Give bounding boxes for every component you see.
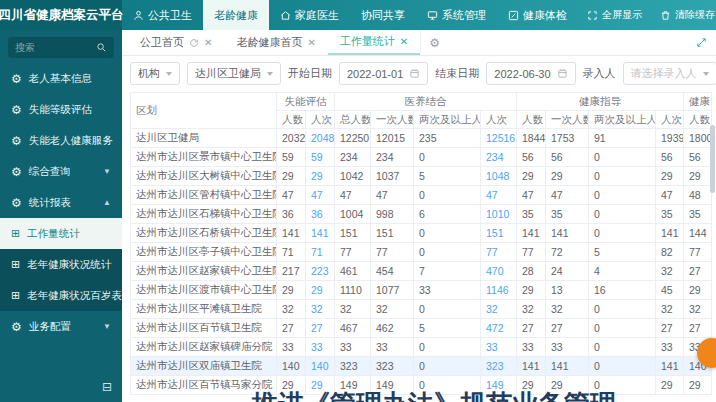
table-row[interactable]: 达州市达川区百节镇卫生院 2727467462547227270272730 xyxy=(131,319,712,338)
value-cell[interactable]: 12516 xyxy=(481,129,517,148)
table-row[interactable]: 达州市达川区亭子镇中心卫生院 7171777707777725827777 xyxy=(131,243,712,262)
value-cell[interactable]: 1048 xyxy=(481,167,517,186)
region-name-cell: 达州市达川区石梯镇中心卫生院 xyxy=(131,205,277,224)
value-cell: 32 xyxy=(656,262,684,281)
close-icon[interactable]: ✕ xyxy=(307,37,315,48)
sidebar-search[interactable] xyxy=(8,37,114,58)
nav-collaboration[interactable]: 协同共享 xyxy=(350,0,416,30)
edit-icon xyxy=(508,10,519,21)
sidebar-item-workload-statistics[interactable]: ⊞ 工作量统计 xyxy=(0,218,122,249)
value-cell[interactable]: 77 xyxy=(481,243,517,262)
vertical-scrollbar[interactable] xyxy=(710,125,715,193)
region-name-cell: 达川区卫健局 xyxy=(131,129,277,148)
nav-system-mgmt[interactable]: 系统管理 xyxy=(416,0,497,30)
table-row[interactable]: 达州市达川区赵家镇中心卫生院 2172234614547470282443227… xyxy=(131,262,712,281)
org-select[interactable]: 达川区卫健局 xyxy=(187,62,281,85)
tab-public-health-home[interactable]: 公卫首页 ✕ xyxy=(128,30,224,55)
value-cell[interactable]: 2048 xyxy=(306,129,335,148)
value-cell: 462 xyxy=(371,319,414,338)
table-row[interactable]: 达州市达川区大树镇中心卫生院 2929104210375104829290292… xyxy=(131,167,712,186)
value-cell: 77 xyxy=(684,243,712,262)
sidebar-item-elder-basic-info[interactable]: ⚙ 老人基本信息 xyxy=(0,63,122,94)
table-row[interactable]: 达州市达川区景市镇中心卫生院 5959234234023456560565661 xyxy=(131,148,712,167)
value-cell[interactable]: 32 xyxy=(481,300,517,319)
table-row[interactable]: 达州市达川区赵家镇碑庙分院 3333333303333330333333 xyxy=(131,338,712,357)
clear-cache-button[interactable]: 清除缓存 xyxy=(651,0,716,30)
value-cell[interactable]: 470 xyxy=(481,262,517,281)
search-icon[interactable] xyxy=(96,42,107,53)
value-cell[interactable]: 141 xyxy=(306,224,335,243)
sidebar-collapse-button[interactable]: ⊟ xyxy=(102,380,112,394)
value-cell: 0 xyxy=(589,319,656,338)
value-cell[interactable]: 71 xyxy=(306,243,335,262)
tab-settings-gear-icon[interactable]: ⚙ xyxy=(420,30,448,55)
value-cell: 27 xyxy=(684,319,712,338)
nav-label: 家庭医生 xyxy=(295,8,339,23)
nav-family-doctor[interactable]: 家庭医生 xyxy=(269,0,350,30)
table-row[interactable]: 达州市达川区管村镇中心卫生院 4747474704747470474868 xyxy=(131,186,712,205)
chevron-down-icon: ▼ xyxy=(103,322,111,331)
value-cell[interactable]: 47 xyxy=(481,186,517,205)
value-cell: 35 xyxy=(656,205,684,224)
sidebar-item-statistical-reports[interactable]: ⚙ 统计报表 ▲ xyxy=(0,187,122,218)
table-row[interactable]: 达州市达川区石桥镇中心卫生院 1411411511510151141141014… xyxy=(131,224,712,243)
sidebar-item-comprehensive-query[interactable]: ⚙ 综合查询 ▼ xyxy=(0,156,122,187)
sidebar-item-disability-assessment[interactable]: ⚙ 失能等级评估 xyxy=(0,94,122,125)
sidebar-item-elder-health-status-stats[interactable]: ⊞ 老年健康状况统计 xyxy=(0,249,122,280)
chevron-down-icon xyxy=(267,72,273,76)
value-cell[interactable]: 234 xyxy=(481,148,517,167)
people-icon xyxy=(133,10,144,21)
search-input[interactable] xyxy=(15,42,92,53)
nav-public-health[interactable]: 公共卫生 xyxy=(122,0,203,30)
region-name-cell: 达州市达川区赵家镇中心卫生院 xyxy=(131,262,277,281)
value-cell[interactable]: 47 xyxy=(306,186,335,205)
close-icon[interactable]: ✕ xyxy=(204,37,212,48)
value-cell: 0 xyxy=(589,300,656,319)
sidebar-item-label: 综合查询 xyxy=(29,165,71,179)
value-cell[interactable]: 323 xyxy=(481,357,517,376)
value-cell: 1077 xyxy=(371,281,414,300)
value-cell[interactable]: 472 xyxy=(481,319,517,338)
tab-elderly-health-home[interactable]: 老龄健康首页 ✕ xyxy=(224,30,327,55)
end-date-input[interactable]: 2022-06-30 xyxy=(486,62,575,85)
value-cell[interactable]: 223 xyxy=(306,262,335,281)
refresh-icon[interactable] xyxy=(189,38,199,48)
close-icon[interactable]: ✕ xyxy=(400,36,408,47)
region-name-cell: 达州市达川区石桥镇中心卫生院 xyxy=(131,224,277,243)
org-type-select[interactable]: 机构 xyxy=(130,62,180,85)
nav-elderly-health[interactable]: 老龄健康 xyxy=(203,0,269,30)
sidebar-item-business-config[interactable]: ⚙ 业务配置 ▼ xyxy=(0,311,122,342)
fullscreen-button[interactable]: 全屏显示 xyxy=(578,0,651,30)
value-cell: 141 xyxy=(517,224,546,243)
table-row[interactable]: 达州市达川区双庙镇卫生院 140140323323032314114101411… xyxy=(131,357,712,376)
value-cell: 48 xyxy=(684,186,712,205)
filter-bar: 机构 达川区卫健局 开始日期 2022-01-01 结束日期 2022-06-3… xyxy=(122,56,716,92)
value-cell[interactable]: 29 xyxy=(306,281,335,300)
value-cell[interactable]: 36 xyxy=(306,205,335,224)
nav-health-checkup[interactable]: 健康体检 xyxy=(497,0,578,30)
table-row[interactable]: 达州市达川区平滩镇卫生院 3232323203232320323232 xyxy=(131,300,712,319)
value-cell[interactable]: 33 xyxy=(306,338,335,357)
value-cell[interactable]: 1146 xyxy=(481,281,517,300)
table-row[interactable]: 达川区卫健局 203220481225012015235125161844175… xyxy=(131,129,712,148)
table-row[interactable]: 达州市达川区石梯镇中心卫生院 3636100499861010353503535… xyxy=(131,205,712,224)
value-cell[interactable]: 59 xyxy=(306,148,335,167)
tab-workload-statistics[interactable]: 工作量统计 ✕ xyxy=(328,30,420,55)
sidebar-item-elder-health-centenarian-table[interactable]: ⊞ 老年健康状况百岁表 xyxy=(0,280,122,311)
value-cell[interactable]: 33 xyxy=(481,338,517,357)
value-cell[interactable]: 151 xyxy=(481,224,517,243)
expand-panel-button[interactable] xyxy=(687,30,716,55)
clipped-headline: 推进《管理办法》规范业务管理 xyxy=(252,387,616,402)
value-cell[interactable]: 27 xyxy=(306,319,335,338)
recorder-select[interactable]: 请选择录入人 xyxy=(623,62,716,85)
workload-table: 区划 失能评估 医养结合 健康指导 健康管理 人数 人次 总人数 一次人数 两次… xyxy=(130,92,712,395)
value-cell[interactable]: 1010 xyxy=(481,205,517,224)
table-row[interactable]: 达州市达川区渡市镇中心卫生院 2929111010773311462913164… xyxy=(131,281,712,300)
start-date-input[interactable]: 2022-01-01 xyxy=(339,62,428,85)
value-cell[interactable]: 140 xyxy=(306,357,335,376)
value-cell: 29 xyxy=(517,281,546,300)
sidebar-item-disabled-elder-service[interactable]: ⚙ 失能老人健康服务 xyxy=(0,125,122,156)
value-cell[interactable]: 32 xyxy=(306,300,335,319)
value-cell[interactable]: 29 xyxy=(306,167,335,186)
value-cell: 32 xyxy=(546,300,589,319)
